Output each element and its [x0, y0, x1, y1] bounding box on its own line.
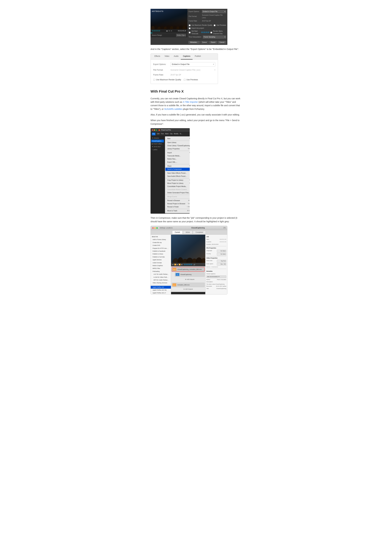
fcp-menu-export-xml[interactable]: Export XML....: [165, 161, 190, 164]
fcp-menu-move-project[interactable]: Move Project to Library: [165, 182, 190, 185]
comp-min-btn[interactable]: [154, 227, 156, 229]
fcp-menu-copy-project[interactable]: Copy Project to Library: [165, 179, 190, 182]
comp-forward-btn[interactable]: ⏩: [179, 263, 181, 266]
link-sugarfx[interactable]: SUGARfx subtitles: [164, 108, 182, 110]
comp-preset-prores422lt[interactable]: Apple ProRes 422 LT: [151, 292, 171, 294]
ame-queue-button[interactable]: Queue: [200, 41, 209, 44]
comp-close-btn[interactable]: [152, 227, 154, 229]
comp-tab-completed[interactable]: Completed: [193, 231, 206, 234]
comp-item-bluray[interactable]: Create Blu-ray: [151, 241, 171, 244]
comp-output-item[interactable]: CC ClosedCaptioning: [175, 272, 205, 277]
fcp-menu-edit[interactable]: Edit: [157, 132, 160, 135]
fcp-menu-import[interactable]: Import: [165, 151, 190, 154]
fcp-menu-open-library[interactable]: Open Library: [165, 141, 190, 144]
ame-time-interp-dropdown[interactable]: Frame Sampling ▾: [203, 36, 226, 39]
comp-item-youtube[interactable]: Publish to YouTube: [151, 256, 171, 258]
fcp-menu-file[interactable]: File: [152, 132, 156, 135]
ame-check-render-alpha[interactable]: [211, 32, 212, 33]
comp-item-h264[interactable]: m.264 for Video Podcast...: [151, 276, 171, 279]
tab-captions[interactable]: Captions: [181, 53, 193, 59]
comp-volume-icon[interactable]: 🔊: [194, 263, 195, 266]
comp-job-item-main[interactable]: MOV ClosedCaptioning_Animation_888.mov: [172, 267, 205, 272]
tab-audio[interactable]: Audio: [172, 53, 181, 59]
ame-source-select[interactable]: Entire Clip ▾: [176, 34, 186, 37]
link-x-title-importer[interactable]: X-Title Importer: [183, 101, 198, 103]
svg-text:MOV: MOV: [173, 285, 176, 286]
fcp-menu-move-trash[interactable]: Move to Trash ⌘⌫: [165, 209, 190, 212]
captions-export-select[interactable]: Embed in Output File ▾: [170, 62, 215, 67]
ame-export-button[interactable]: Export: [209, 41, 217, 44]
comp-next-btn[interactable]: ⏭: [181, 263, 183, 266]
comp-add-output-btn[interactable]: ⊕ Add Outputs: [175, 277, 205, 281]
ame-check-max-render[interactable]: [189, 24, 190, 26]
fcp-menu-mark[interactable]: Mark: [165, 132, 168, 135]
comp-item-mpeg[interactable]: MPEG Files: [151, 267, 171, 270]
fcp-sidebar-date[interactable]: ▼ 23-01-2017: [151, 145, 164, 148]
tab-video[interactable]: Video: [162, 53, 171, 59]
fcp-maximize-dot[interactable]: [156, 129, 157, 131]
fcp-menu-section-new: New: [165, 137, 190, 141]
fcp-sidebar-smart-collection[interactable]: ▶ Smart Collection: [151, 142, 164, 145]
comp-item-motion[interactable]: Motion Graphics: [151, 264, 171, 267]
comp-item-http[interactable]: Prepare for HTTP Live Bit...: [151, 247, 171, 250]
fcp-menu-save-audio-fx[interactable]: Save Audio Effects Preset...: [165, 175, 190, 178]
comp-item-aac[interactable]: AAC for Audio Podcast...: [151, 273, 171, 276]
comp-preset-prores422hq[interactable]: Apple ProRes 422 HQ: [151, 289, 171, 292]
comp-country-row: Country: No Value: [206, 253, 226, 256]
comp-prev-btn[interactable]: ⏮: [172, 263, 174, 266]
fcp-menu-clip[interactable]: Clip: [170, 132, 173, 135]
fcp-menu-view[interactable]: Vi...: [180, 132, 182, 135]
comp-preset-prores422[interactable]: Apple ProRes 422: [151, 286, 171, 289]
comp-tab-current[interactable]: Current: [172, 231, 183, 234]
comp-max-btn[interactable]: [156, 227, 158, 229]
fcp-menu-trim[interactable]: Trim: [161, 132, 164, 135]
comp-item-facebook[interactable]: Publish to Facebook: [151, 250, 171, 253]
comp-item-itunes[interactable]: Add to iTunes Library: [151, 238, 171, 241]
ame-export-options-dropdown[interactable]: Embed in Output File ▾: [202, 10, 226, 13]
captions-check-render[interactable]: [153, 79, 155, 81]
fcp-menu-close-library[interactable]: Close Library "ClosedCaptioning": [165, 144, 190, 147]
fcp-close-dot[interactable]: [152, 129, 153, 131]
fcp-menu-send-compressor[interactable]: Send to Compressor: [165, 168, 190, 171]
comp-title-row: Title: ClosedCaptioning: [206, 288, 226, 290]
fcp-menu-reveal-browser[interactable]: Reveal in Browser ⌘F: [165, 199, 190, 202]
comp-play-btn[interactable]: ▶: [177, 263, 178, 266]
comp-item-mp3[interactable]: MP3 for Audio Podcas...: [151, 279, 171, 281]
comp-language-select[interactable]: No Value: [217, 250, 226, 252]
fcp-menu-consolidate-project[interactable]: Consolidate Project Media...: [165, 185, 190, 188]
fcp-sidebar-yellow[interactable]: ☆ yellow: [151, 148, 164, 151]
comp-item-podcast[interactable]: Podcasting: [151, 270, 171, 273]
tab-effects[interactable]: Effects: [152, 53, 162, 59]
comp-item-vimeo[interactable]: Publish to Vimeo: [151, 253, 171, 255]
comp-add-output2-btn[interactable]: ⊕ Add Outputs: [172, 287, 205, 291]
comp-color-space-select[interactable]: Rec. 709: [217, 263, 226, 266]
fcp-menu-library-props[interactable]: Library Properties ^⌘J: [165, 147, 190, 150]
fcp-menu-reveal-project[interactable]: Reveal Project in Browser ⌃⌘F: [165, 202, 190, 205]
ame-check-import[interactable]: [189, 28, 190, 29]
ame-cancel-button[interactable]: Cancel: [218, 41, 226, 44]
ame-check-use-previews[interactable]: [214, 24, 215, 26]
fcp-menu-modify[interactable]: Modify: [174, 132, 178, 135]
comp-item-video-sharing[interactable]: Video Sharing Services: [151, 281, 171, 284]
comp-item-apple-devices[interactable]: Apple Devices: [151, 258, 171, 261]
ame-metadata-button[interactable]: Metadata...: [189, 41, 200, 44]
comp-item-audio[interactable]: Audio Formats: [151, 261, 171, 264]
captions-check-previews[interactable]: [184, 79, 186, 81]
comp-country-select[interactable]: No Value: [217, 253, 226, 256]
comp-tab-active[interactable]: Active: [183, 231, 193, 234]
comp-add-annotation-btn[interactable]: Add Job Annotation ▼: [206, 276, 226, 278]
comp-rewind-btn[interactable]: ⏪: [174, 263, 176, 266]
fcp-menu-relink[interactable]: Relink Files...: [165, 158, 190, 161]
comp-field-order-select[interactable]: Top First: [217, 260, 226, 263]
fcp-menu-new[interactable]: New: [165, 137, 190, 140]
comp-item-dvd[interactable]: Create DVD: [151, 244, 171, 247]
fcp-minimize-dot[interactable]: [154, 129, 155, 131]
fcp-menu-save-video-fx[interactable]: Save Video Effects Preset...: [165, 172, 190, 175]
fcp-menu-reveal-finder[interactable]: Reveal in Finder ⇧⌘R: [165, 205, 190, 208]
fcp-sidebar-closed-captioning[interactable]: ClosedCaptioning...: [151, 140, 164, 142]
fcp-menu-share[interactable]: Share: [165, 165, 190, 168]
tab-publish[interactable]: Publish: [193, 53, 203, 59]
fcp-menu-delete-generated[interactable]: Delete Generated Project Files...: [165, 191, 190, 194]
fcp-menu-transcode[interactable]: Transcode Media...: [165, 154, 190, 158]
ame-check-timecode[interactable]: [189, 32, 190, 33]
